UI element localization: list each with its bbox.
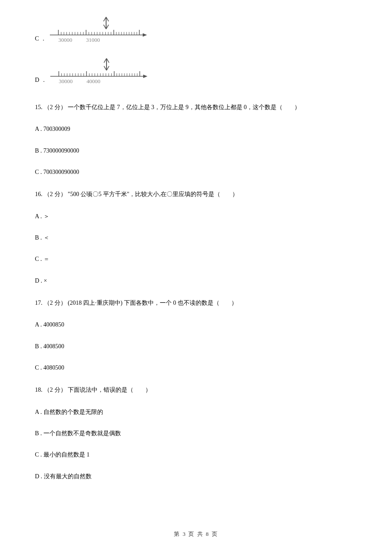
numberline-d-right-label: 40000 xyxy=(86,78,101,84)
q17-option-a: A . 4000850 xyxy=(35,320,357,330)
q15-option-b: B . 730000090000 xyxy=(35,146,357,156)
q15-stem: 15. （2 分） 一个数千亿位上是 7，亿位上是 3，万位上是 9，其他各数位… xyxy=(35,102,357,113)
q18-option-d: D . 没有最大的自然数 xyxy=(35,472,357,481)
numberline-c-graphic: 30000 31000 xyxy=(50,13,148,43)
svg-marker-39 xyxy=(143,75,147,78)
q18-option-c: C . 最小的自然数是 1 xyxy=(35,450,357,460)
q17-option-c: C . 4080500 xyxy=(35,363,357,373)
numberline-d-left-label: 30000 xyxy=(59,78,73,84)
svg-marker-1 xyxy=(143,33,147,37)
q17-stem: 17. （2 分） (2018 四上·重庆期中) 下面各数中，一个 0 也不读的… xyxy=(35,298,357,308)
q18-option-a: A . 自然数的个数是无限的 xyxy=(35,408,357,417)
q16-option-b: B . ＜ xyxy=(35,233,357,243)
numberline-c-left-label: 30000 xyxy=(58,37,72,43)
q16-option-c: C . ＝ xyxy=(35,254,357,264)
q18-option-b: B . 一个自然数不是奇数就是偶数 xyxy=(35,429,357,438)
numberline-option-d: D ． xyxy=(35,54,357,85)
option-label-c: C ． xyxy=(35,35,46,43)
numberline-c-right-label: 31000 xyxy=(86,37,100,43)
q15-option-a: A . 700300009 xyxy=(35,124,357,134)
numberline-option-c: C ． xyxy=(35,13,357,43)
q15-option-c: C . 700300090000 xyxy=(35,168,357,177)
q16-option-d: D . × xyxy=(35,276,357,286)
q16-option-a: A . ＞ xyxy=(35,212,357,221)
q18-stem: 18. （2 分） 下面说法中，错误的是（ ） xyxy=(35,384,357,395)
option-label-d: D ． xyxy=(35,76,47,85)
q16-stem: 16. （2 分） "500 公顷〇5 平方千米"，比较大小,在〇里应填的符号是… xyxy=(35,189,357,199)
page-footer: 第 3 页 共 8 页 xyxy=(0,530,392,538)
numberline-d-graphic: 30000 40000 xyxy=(50,54,148,85)
q17-option-b: B . 4008500 xyxy=(35,342,357,351)
